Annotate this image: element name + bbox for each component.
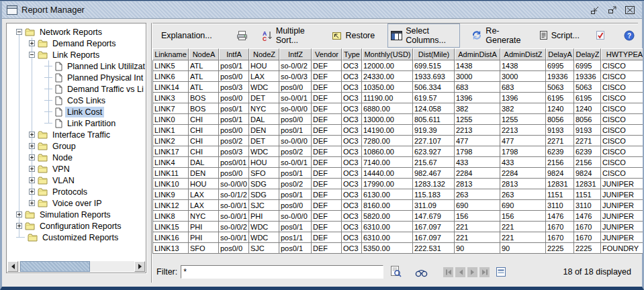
scrollbar-thumb[interactable] [20,261,90,272]
table-row[interactable]: LINK11DENpos0/0SFOpos0/1DEFOC314440.0098… [152,168,643,179]
validate-button[interactable] [592,28,608,43]
tree-item-interface-traffic[interactable]: Interface Traffic [7,129,145,140]
tree-item-link-reports[interactable]: Link Reports [7,49,145,60]
restore-button[interactable]: Restore [328,28,378,43]
tree-item-link-partition[interactable]: Link Partition [7,117,145,129]
column-header-delaya[interactable]: DelayA [546,48,574,60]
column-header-vendor[interactable]: Vendor [312,48,342,60]
table-cell: 311.09 [413,200,455,211]
scroll-right-button[interactable] [134,261,145,272]
table-row[interactable]: LINK10HOUso-0/0/0SDGpos0/2DEFOC317990.00… [152,179,643,189]
search-button[interactable] [414,267,428,277]
table-row[interactable]: LINK2CHIpos0/2DETso-0/0/0DEFOC37280.0022… [152,136,643,146]
tree-item-group[interactable]: Group [7,140,145,152]
titlebar[interactable]: Report Manager [2,1,642,19]
table-row[interactable]: LINK12LAXso-0/0/1SJCpos0/0DEFOC38160.003… [152,200,643,211]
close-button[interactable] [623,4,637,15]
filter-preview-button[interactable] [390,266,402,278]
explanation-button[interactable]: Explanation... [158,28,216,43]
table-row[interactable]: LINK9LAXso-0/1/2SDGpos0/1DEFOC36130.0011… [152,189,643,200]
tree-item-planned-physical-int[interactable]: Planned Physical Int [7,72,145,83]
table-row[interactable]: LINK17CHIpos0/3WDCpos0/2DEFOC310860.0062… [152,146,643,157]
table-cell: 11190.00 [362,93,413,103]
table-cell: 382 [455,103,500,114]
collapse-icon[interactable] [16,29,22,35]
expand-icon[interactable] [29,40,35,46]
expand-icon[interactable] [29,132,35,138]
print-button[interactable] [233,28,251,44]
column-header-admindistz[interactable]: AdminDistZ [500,48,546,60]
table-row[interactable]: LINK3BOSpos0/0DETso-0/0/1DEFOC311190.006… [152,93,643,103]
regenerate-button[interactable]: Re-Generate [468,23,526,48]
tree-horizontal-scrollbar[interactable] [7,261,145,272]
last-page-button[interactable] [479,267,490,277]
tree-item-planned-link-utililzati[interactable]: Planned Link Utililzati [7,60,145,72]
table-cell: SDG [249,179,279,189]
tree-item-cos-links[interactable]: CoS Links [7,95,145,106]
table-cell: 6195 [574,93,601,103]
expand-icon[interactable] [29,154,35,160]
prev-page-button[interactable] [455,267,465,277]
first-page-button[interactable] [443,267,453,277]
table-cell: 2271 [546,136,574,146]
expand-icon[interactable] [29,200,35,206]
column-header-nodez[interactable]: NodeZ [249,48,279,60]
table-cell: so-0/0/0 [279,211,312,222]
script-button[interactable]: Script... [536,28,583,43]
next-page-button[interactable] [467,267,477,277]
tree-item-link-cost[interactable]: Link Cost [7,106,145,117]
column-header-linkname[interactable]: Linkname [152,48,189,60]
tree-item-configuration-reports[interactable]: Configuration Reports [7,220,145,232]
table-row[interactable]: LINK0CHIpos0/1DALpos0/0DEFOC313000.00805… [152,114,643,125]
column-header-type[interactable]: Type [342,48,362,60]
table-cell: DAL [189,157,219,168]
table-row[interactable]: LINK7BOSpos0/1NYCso-0/0/0DEFOC36880.0012… [152,103,643,114]
expand-icon[interactable] [29,143,35,149]
scrollbar-track[interactable] [18,261,134,272]
table-row[interactable]: LINK16PHIso-0/0/1WDCpos1/1DEFOC36310.001… [152,232,643,243]
multiple-sort-button[interactable]: AC Multiple Sort... [259,23,321,48]
table-row[interactable]: LINK13SFOpos0/0SJCpos0/1DEFOC35350.00222… [152,243,643,254]
page-list-button[interactable] [496,267,506,277]
column-header-intfz[interactable]: IntfZ [279,48,312,60]
column-header-admindista[interactable]: AdminDistA [455,48,500,60]
collapse-icon[interactable] [29,52,35,58]
table-row[interactable]: LINK14ATLpos0/3WDCpos0/0DEFOC310350.0050… [152,82,643,93]
filter-input[interactable] [181,265,383,279]
tree-item-demand-traffic-vs-li[interactable]: Demand Traffic vs Li [7,83,145,95]
table-cell: 1670 [574,222,601,232]
tree-item-network-reports[interactable]: Network Reports [7,26,145,38]
column-header-dist-mile-[interactable]: Dist(Mile) [413,48,455,60]
expand-icon[interactable] [29,189,35,195]
tree-item-node[interactable]: Node [7,152,145,163]
tree-item-vpn[interactable]: VPN [7,163,145,175]
tree-item-vlan[interactable]: VLAN [7,175,145,186]
tree-item-demand-reports[interactable]: Demand Reports [7,38,145,49]
column-header-nodea[interactable]: NodeA [189,48,219,60]
tree-item-simulation-reports[interactable]: Simulation Reports [7,209,145,220]
scroll-left-button[interactable] [7,261,18,272]
expand-icon[interactable] [29,166,35,172]
svg-text:C: C [263,35,267,41]
table-row[interactable]: LINK6ATLpos0/0LAXso-0/0/3DEFOC324330.001… [152,71,643,82]
expand-icon[interactable] [29,177,35,183]
tree-item-customized-reports[interactable]: Customized Reports [7,232,145,243]
table-row[interactable]: LINK4DALpos0/01HOUso-0/0/1DEFOC37140.002… [152,157,643,168]
maximize-button[interactable] [606,4,619,15]
table-cell: 90 [455,243,500,254]
table-row[interactable]: LINK8NYCso-0/0/1PHIso-0/0/0DEFOC35820.00… [152,211,643,222]
column-header-hwtypea[interactable]: HWTYPEA [601,48,643,60]
minimize-button[interactable] [588,4,602,15]
table-row[interactable]: LINK5ATLpos0/1HOUso-0/0/2DEFOC312000.006… [152,60,643,71]
column-header-monthly-usd-[interactable]: Monthly(USD) [362,48,413,60]
table-row[interactable]: LINK1CHIpos0/0DENpos0/1DEFOC314190.00919… [152,125,643,136]
expand-icon[interactable] [16,211,22,218]
tree-item-voice-over-ip[interactable]: Voice over IP [7,197,145,209]
select-columns-button[interactable]: Select Columns... [387,23,460,48]
column-header-intfa[interactable]: IntfA [219,48,249,60]
column-header-delayz[interactable]: DelayZ [574,48,601,60]
expand-icon[interactable] [16,223,22,229]
tree-item-protocols[interactable]: Protocols [7,186,145,197]
help-button[interactable]: ? [620,28,638,44]
table-row[interactable]: LINK15PHIso-0/0/2WDCpos0/1DEFOC36310.001… [152,222,643,232]
